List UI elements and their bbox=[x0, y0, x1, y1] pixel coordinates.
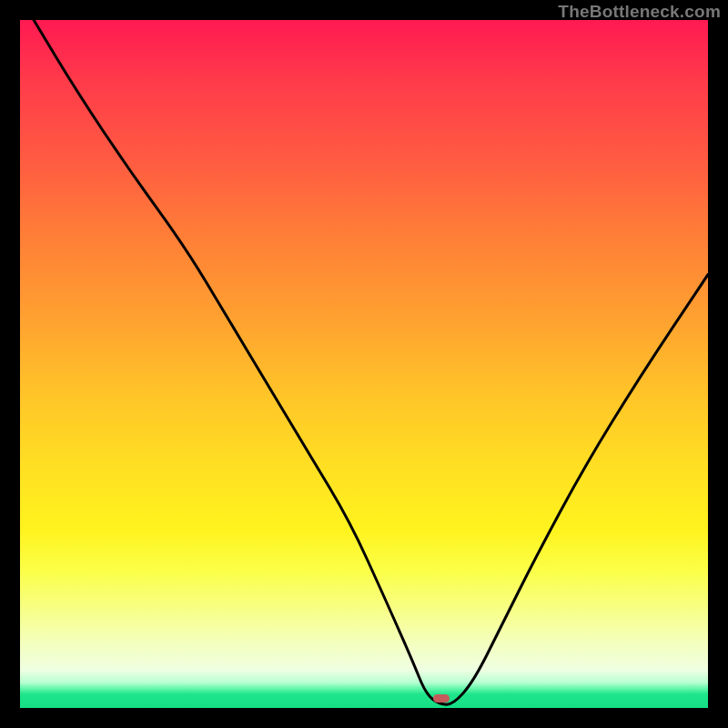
plot-area-outer bbox=[20, 20, 708, 708]
watermark-text: TheBottleneck.com bbox=[558, 2, 721, 22]
chart-frame: TheBottleneck.com bbox=[0, 0, 728, 728]
bottleneck-curve bbox=[20, 20, 708, 708]
notch-marker bbox=[433, 694, 450, 703]
